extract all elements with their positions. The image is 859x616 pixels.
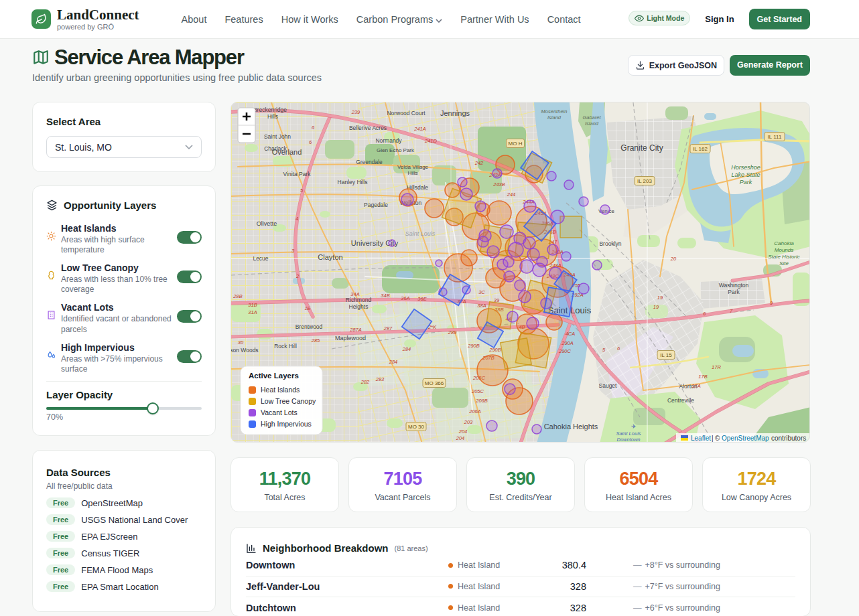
svg-text:Brentwood: Brentwood <box>295 323 323 330</box>
svg-text:31B: 31B <box>248 302 257 308</box>
svg-text:Site: Site <box>779 260 789 266</box>
svg-text:Island: Island <box>547 114 561 121</box>
svg-text:283: 283 <box>375 376 385 382</box>
svg-text:Breckenridge: Breckenridge <box>253 106 287 113</box>
svg-text:Maplewood: Maplewood <box>335 335 366 341</box>
svg-text:30: 30 <box>238 339 244 345</box>
svg-text:Park: Park <box>740 179 752 185</box>
svg-text:206B: 206B <box>475 398 488 404</box>
svg-text:Bellerive Acres: Bellerive Acres <box>349 125 387 131</box>
svg-text:290B: 290B <box>467 343 480 349</box>
svg-text:290B: 290B <box>488 347 501 353</box>
svg-text:Centreville: Centreville <box>667 397 694 404</box>
svg-text:Cahokia: Cahokia <box>774 240 794 246</box>
svg-text:IL 111: IL 111 <box>768 134 782 140</box>
svg-text:Washington: Washington <box>719 282 749 289</box>
svg-text:Hanley Hills: Hanley Hills <box>338 179 368 185</box>
svg-text:Normandy: Normandy <box>375 137 402 144</box>
svg-text:Lecue: Lecue <box>253 255 268 262</box>
svg-text:MO 366: MO 366 <box>425 380 444 386</box>
svg-text:20: 20 <box>670 256 677 262</box>
svg-text:Hills: Hills <box>267 113 278 120</box>
svg-text:285: 285 <box>311 337 320 343</box>
svg-text:Clayton: Clayton <box>318 253 342 261</box>
svg-text:Low Tree Canopy: Low Tree Canopy <box>261 397 316 405</box>
svg-text:3C: 3C <box>478 289 485 295</box>
svg-text:28B: 28B <box>233 293 242 299</box>
svg-text:19: 19 <box>657 295 663 301</box>
svg-text:Olivette: Olivette <box>257 220 277 227</box>
svg-text:17B: 17B <box>698 374 707 380</box>
svg-text:287: 287 <box>383 325 393 331</box>
svg-text:contributors: contributors <box>771 435 806 442</box>
svg-text:Heights: Heights <box>349 303 369 310</box>
svg-text:|: | <box>712 435 714 442</box>
svg-text:Saint Louis: Saint Louis <box>616 431 641 437</box>
svg-text:Richmond: Richmond <box>346 297 372 303</box>
svg-text:284: 284 <box>402 346 411 352</box>
svg-text:Active Layers: Active Layers <box>249 372 299 380</box>
svg-text:284: 284 <box>389 359 398 365</box>
svg-text:MO H: MO H <box>509 141 523 147</box>
svg-text:✈: ✈ <box>631 423 637 430</box>
svg-text:OpenStreetMap: OpenStreetMap <box>722 435 769 442</box>
svg-text:204: 204 <box>456 435 465 441</box>
svg-text:Island: Island <box>585 121 599 127</box>
svg-text:Mosenthein: Mosenthein <box>541 108 568 114</box>
svg-text:241D: 241D <box>424 138 438 144</box>
svg-text:Vacant Lots: Vacant Lots <box>261 408 298 416</box>
svg-text:204: 204 <box>458 429 468 435</box>
svg-text:Park: Park <box>728 289 740 295</box>
svg-text:MO 30: MO 30 <box>408 424 425 430</box>
svg-text:Saint John: Saint John <box>264 133 291 140</box>
svg-text:38A: 38A <box>477 303 486 309</box>
svg-text:Leaflet: Leaflet <box>691 435 711 442</box>
svg-text:2: 2 <box>295 273 300 279</box>
svg-text:282: 282 <box>360 379 370 385</box>
svg-text:High Impervious: High Impervious <box>261 420 312 428</box>
svg-text:IL 203: IL 203 <box>637 178 652 184</box>
svg-text:290A: 290A <box>561 340 574 346</box>
svg-text:Heat Islands: Heat Islands <box>261 386 300 394</box>
svg-text:34A: 34A <box>350 291 359 297</box>
svg-text:34B: 34B <box>381 293 389 299</box>
svg-text:239: 239 <box>351 109 360 115</box>
svg-text:Rock Hill: Rock Hill <box>274 343 297 350</box>
svg-text:241A: 241A <box>413 126 426 132</box>
svg-text:1E: 1E <box>304 305 311 311</box>
svg-text:Norwood Court: Norwood Court <box>387 110 425 117</box>
svg-text:Jennings: Jennings <box>440 109 470 117</box>
svg-text:31A: 31A <box>248 309 257 315</box>
svg-text:203: 203 <box>464 419 473 425</box>
svg-text:244: 244 <box>507 191 516 198</box>
svg-text:36E: 36E <box>417 296 427 302</box>
svg-text:Pagedale: Pagedale <box>364 202 388 208</box>
svg-text:State Historic: State Historic <box>768 254 800 260</box>
svg-text:17R: 17R <box>712 364 721 370</box>
svg-text:4CA: 4CA <box>566 331 576 337</box>
svg-text:Gabaret: Gabaret <box>582 114 601 121</box>
svg-text:Granite City: Granite City <box>620 143 663 153</box>
svg-text:Hills: Hills <box>407 170 417 176</box>
svg-text:Overland: Overland <box>272 148 302 156</box>
svg-text:Sauget: Sauget <box>599 382 618 389</box>
svg-text:243B: 243B <box>492 181 505 187</box>
svg-text:Horseshoe: Horseshoe <box>731 164 761 171</box>
svg-text:Vinita Park: Vinita Park <box>283 171 312 177</box>
svg-text:36A: 36A <box>401 295 409 301</box>
svg-text:IL 162: IL 162 <box>693 146 708 152</box>
svg-text:19: 19 <box>653 304 659 310</box>
svg-text:©: © <box>715 435 720 442</box>
svg-text:206A: 206A <box>468 408 481 414</box>
svg-text:287A: 287A <box>349 327 362 333</box>
svg-text:Mounds: Mounds <box>775 247 793 253</box>
svg-text:242: 242 <box>474 160 484 166</box>
svg-text:Glen Echo Park: Glen Echo Park <box>377 147 415 153</box>
svg-text:Greendale: Greendale <box>356 159 383 165</box>
svg-text:Velda Village: Velda Village <box>397 164 429 170</box>
svg-text:IL 15: IL 15 <box>660 352 672 358</box>
svg-text:289: 289 <box>448 329 457 335</box>
svg-text:Downtown: Downtown <box>616 437 640 443</box>
svg-text:290C: 290C <box>558 348 572 354</box>
svg-text:17A: 17A <box>691 383 700 389</box>
